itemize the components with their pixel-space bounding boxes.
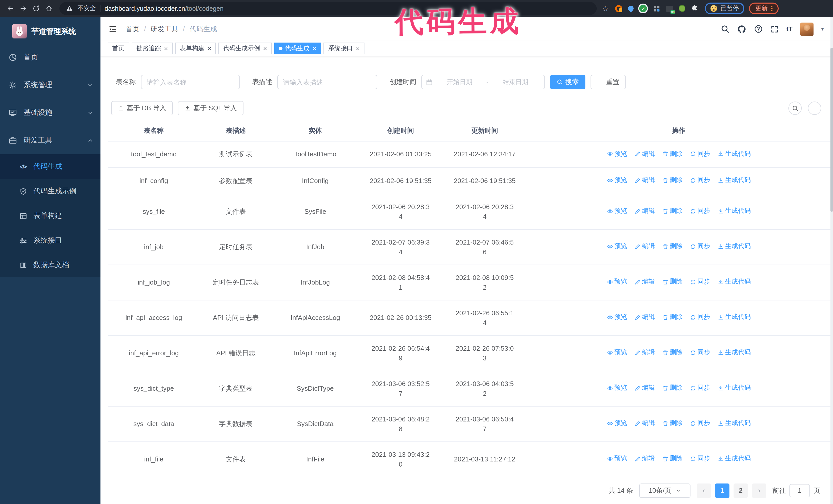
help-icon[interactable] — [754, 25, 763, 33]
goto-page-input[interactable] — [789, 484, 810, 497]
date-range-picker[interactable]: 开始日期 - 结束日期 — [421, 75, 545, 89]
close-icon[interactable]: × — [164, 45, 168, 52]
action-delete-link[interactable]: 删除 — [662, 277, 683, 287]
avatar[interactable] — [800, 22, 813, 35]
action-edit-link[interactable]: 编辑 — [634, 175, 655, 185]
sql-import-button[interactable]: 基于 SQL 导入 — [178, 101, 244, 115]
sidebar-item-系统管理[interactable]: 系统管理 — [0, 71, 100, 99]
action-download-link[interactable]: 生成代码 — [717, 454, 751, 464]
reload-icon[interactable] — [30, 2, 43, 15]
orange-ring-extension-icon[interactable] — [615, 5, 623, 12]
action-eye-link[interactable]: 预览 — [607, 454, 627, 464]
tab-代码生成示例[interactable]: 代码生成示例× — [218, 43, 271, 54]
close-icon[interactable]: × — [263, 45, 267, 52]
action-edit-link[interactable]: 编辑 — [634, 277, 655, 287]
font-size-icon[interactable]: tT — [786, 25, 792, 33]
action-delete-link[interactable]: 删除 — [662, 242, 683, 251]
action-delete-link[interactable]: 删除 — [662, 312, 683, 322]
action-eye-link[interactable]: 预览 — [607, 383, 627, 393]
table-name-input[interactable] — [141, 75, 240, 89]
action-download-link[interactable]: 生成代码 — [717, 242, 751, 251]
paused-badge[interactable]: 已暂停 — [705, 3, 744, 14]
tab-链路追踪[interactable]: 链路追踪× — [132, 43, 172, 54]
sidebar-subitem-表单构建[interactable]: 表单构建 — [0, 203, 100, 228]
action-eye-link[interactable]: 预览 — [607, 348, 627, 358]
action-edit-link[interactable]: 编辑 — [634, 348, 655, 358]
action-delete-link[interactable]: 删除 — [662, 149, 683, 159]
sidebar-subitem-数据库文档[interactable]: 数据库文档 — [0, 253, 100, 278]
action-download-link[interactable]: 生成代码 — [717, 207, 751, 216]
action-eye-link[interactable]: 预览 — [607, 312, 627, 322]
tab-系统接口[interactable]: 系统接口× — [324, 43, 364, 54]
action-edit-link[interactable]: 编辑 — [634, 383, 655, 393]
action-download-link[interactable]: 生成代码 — [717, 149, 751, 159]
github-icon[interactable] — [737, 24, 746, 33]
back-icon[interactable] — [4, 2, 17, 15]
sidebar-item-基础设施[interactable]: 基础设施 — [0, 99, 100, 127]
action-sync-link[interactable]: 同步 — [690, 207, 710, 216]
tab-表单构建[interactable]: 表单构建× — [175, 43, 216, 54]
breadcrumb-item[interactable]: 研发工具 — [151, 24, 178, 33]
action-sync-link[interactable]: 同步 — [690, 277, 710, 287]
action-sync-link[interactable]: 同步 — [690, 454, 710, 464]
toggle-search-button[interactable] — [788, 101, 802, 115]
search-icon[interactable] — [720, 25, 729, 33]
action-eye-link[interactable]: 预览 — [607, 207, 627, 216]
action-sync-link[interactable]: 同步 — [690, 383, 710, 393]
tab-首页[interactable]: 首页 — [108, 43, 129, 54]
breadcrumb-item[interactable]: 首页 — [125, 24, 139, 33]
home-icon[interactable] — [43, 2, 55, 15]
sidebar-subitem-代码生成[interactable]: </>代码生成 — [0, 154, 100, 179]
action-download-link[interactable]: 生成代码 — [717, 175, 751, 185]
close-icon[interactable]: × — [207, 45, 211, 52]
action-download-link[interactable]: 生成代码 — [717, 348, 751, 358]
action-sync-link[interactable]: 同步 — [690, 242, 710, 251]
action-eye-link[interactable]: 预览 — [607, 149, 627, 159]
scrollbar-thumb[interactable] — [830, 48, 833, 212]
green-check-extension-icon[interactable]: ✓ — [640, 5, 647, 12]
sidebar-subitem-代码生成示例[interactable]: 代码生成示例 — [0, 179, 100, 203]
db-import-button[interactable]: 基于 DB 导入 — [111, 101, 173, 115]
action-download-link[interactable]: 生成代码 — [717, 277, 751, 287]
action-eye-link[interactable]: 预览 — [607, 277, 627, 287]
page-button-1[interactable]: 1 — [715, 483, 730, 498]
action-edit-link[interactable]: 编辑 — [634, 207, 655, 216]
table-desc-input[interactable] — [277, 75, 377, 89]
sidebar-subitem-系统接口[interactable]: 系统接口 — [0, 228, 100, 253]
action-delete-link[interactable]: 删除 — [662, 348, 683, 358]
fullscreen-icon[interactable] — [770, 25, 779, 33]
chevron-down-icon[interactable]: ▾ — [821, 26, 824, 32]
action-sync-link[interactable]: 同步 — [690, 348, 710, 358]
prev-page-button[interactable]: ‹ — [697, 483, 711, 498]
action-download-link[interactable]: 生成代码 — [717, 383, 751, 393]
sidebar-item-研发工具[interactable]: 研发工具 — [0, 127, 100, 154]
action-download-link[interactable]: 生成代码 — [717, 418, 751, 428]
action-edit-link[interactable]: 编辑 — [634, 149, 655, 159]
action-edit-link[interactable]: 编辑 — [634, 418, 655, 428]
puzzle-extension-icon[interactable] — [691, 5, 699, 12]
action-eye-link[interactable]: 预览 — [607, 242, 627, 251]
browser-scrollbar[interactable] — [830, 17, 833, 504]
action-delete-link[interactable]: 删除 — [662, 175, 683, 185]
search-button[interactable]: 搜索 — [550, 75, 586, 89]
action-delete-link[interactable]: 删除 — [662, 207, 683, 216]
bookmark-star-icon[interactable]: ☆ — [602, 4, 609, 13]
tab-代码生成[interactable]: 代码生成× — [274, 43, 321, 54]
kebab-menu-icon[interactable] — [771, 6, 772, 11]
page-size-select[interactable]: 10条/页 — [639, 483, 690, 498]
action-eye-link[interactable]: 预览 — [607, 175, 627, 185]
action-edit-link[interactable]: 编辑 — [634, 312, 655, 322]
browser-update-button[interactable]: 更新 — [749, 3, 779, 14]
action-sync-link[interactable]: 同步 — [690, 418, 710, 428]
action-sync-link[interactable]: 同步 — [690, 149, 710, 159]
action-delete-link[interactable]: 删除 — [662, 454, 683, 464]
action-delete-link[interactable]: 删除 — [662, 418, 683, 428]
dark-on-extension-icon[interactable]: on — [666, 5, 673, 11]
refresh-button[interactable] — [808, 101, 821, 115]
next-page-button[interactable]: › — [752, 483, 766, 498]
sidebar-item-首页[interactable]: 首页 — [0, 44, 100, 71]
blue-drop-extension-icon[interactable] — [627, 4, 635, 12]
app-logo-row[interactable]: 芋道管理系统 — [0, 17, 100, 44]
action-download-link[interactable]: 生成代码 — [717, 312, 751, 322]
hamburger-fold-icon[interactable] — [108, 24, 117, 33]
